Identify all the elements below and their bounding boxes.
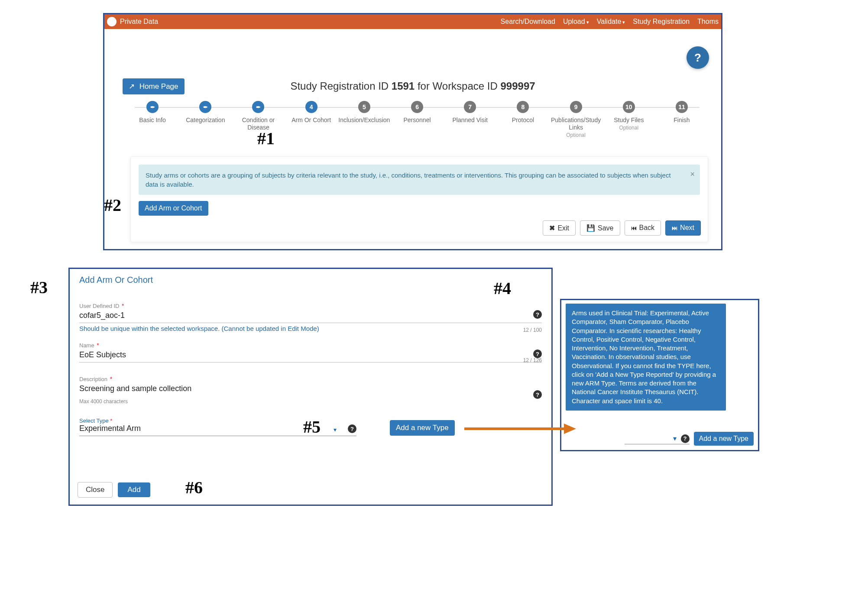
step-number-icon: 7 [464,101,476,113]
alert-text: Study arms or cohorts are a grouping of … [146,172,671,188]
user-defined-id-hint: Should be unique within the selected wor… [79,325,542,332]
step-content-card: Study arms or cohorts are a grouping of … [130,156,708,242]
description-note: Max 4000 characters [79,398,542,405]
add-new-type-button-small[interactable]: Add a new Type [694,432,754,446]
step-label: Arm Or Cohort [291,117,331,124]
add-arm-modal: Add Arm Or Cohort User Defined ID * cofa… [68,268,553,506]
exit-button[interactable]: Exit [543,220,576,236]
nav-user[interactable]: Thoms [697,18,719,26]
description-field: Description * Screening and sample colle… [79,375,542,405]
save-button[interactable]: Save [580,220,620,236]
step-basic-info[interactable]: Basic Info [126,101,179,124]
name-input[interactable]: EoE Subjects [79,349,542,362]
nav-validate[interactable]: Validate [597,18,625,26]
step-optional-label: Optional [566,132,586,138]
step-condition-or-disease[interactable]: Condition or Disease [232,101,285,131]
annotation-1: #1 [257,128,275,149]
topbar: ✽ Private Data Search/Download Upload Va… [104,14,721,29]
step-inclusion-exclusion[interactable]: 5Inclusion/Exclusion [338,101,391,124]
step-label: Categorization [186,117,225,124]
step-number-icon: 9 [570,101,582,113]
chevron-down-icon[interactable]: ▾ [334,426,337,433]
app-logo-icon: ✽ [107,17,117,26]
select-type-dropdown[interactable]: Experimental Arm [79,424,325,433]
step-label: Planned Visit [452,117,487,124]
step-protocol[interactable]: 8Protocol [496,101,549,124]
step-number-icon: 11 [676,101,688,113]
info-alert: Study arms or cohorts are a grouping of … [139,165,700,195]
brand-label: Private Data [120,18,158,26]
step-study-files[interactable]: 10Study FilesOptional [602,101,655,131]
step-number-icon: 8 [517,101,529,113]
select-type-mini[interactable]: ▾ ? [625,433,690,444]
next-button[interactable]: Next [665,220,701,236]
name-counter: 12 / 126 [523,357,542,363]
modal-footer: Close Add [78,482,150,498]
step-label: Inclusion/Exclusion [338,117,390,124]
pencil-icon [252,101,264,113]
wizard-footer-buttons: Exit Save Back Next [543,220,701,236]
step-label: Finish [674,117,690,124]
step-label: Protocol [512,117,534,124]
chevron-down-icon: ▾ [673,434,677,443]
modal-title: Add Arm Or Cohort [79,275,542,285]
step-finish[interactable]: 11Finish [655,101,708,124]
user-defined-id-input[interactable]: cofar5_aoc-1 [79,309,542,323]
step-number-icon: 4 [305,101,317,113]
close-button[interactable]: Close [78,482,113,498]
svg-marker-1 [564,424,576,434]
type-tooltip: Arms used in Clinical Trial: Experimenta… [566,304,726,411]
page-title: Study Registration ID 1591 for Workspace… [104,80,721,92]
help-icon[interactable]: ? [533,390,542,399]
step-number-icon: 5 [358,101,370,113]
step-number-icon: 6 [411,101,423,113]
step-planned-visit[interactable]: 7Planned Visit [444,101,496,124]
help-icon[interactable]: ? [533,310,542,319]
step-arm-or-cohort[interactable]: 4Arm Or Cohort [285,101,338,124]
description-input[interactable]: Screening and sample collection [79,382,542,396]
annotation-2: #2 [104,195,121,215]
pencil-icon [146,101,159,113]
add-arm-or-cohort-button[interactable]: Add Arm or Cohort [139,201,208,216]
help-button[interactable]: ? [687,46,709,69]
study-registration-panel: ✽ Private Data Search/Download Upload Va… [103,13,722,250]
back-button[interactable]: Back [625,220,661,236]
step-label: Publications/Study Links [550,117,602,131]
step-number-icon: 10 [623,101,635,113]
step-publications-study-links[interactable]: 9Publications/Study LinksOptional [550,101,602,138]
wizard-stepper: Basic InfoCategorizationCondition or Dis… [126,101,708,138]
annotation-6: #6 [185,477,203,498]
user-defined-id-field: User Defined ID * cofar5_aoc-1 ? Should … [79,302,542,332]
nav-study-registration[interactable]: Study Registration [633,18,690,26]
step-label: Basic Info [139,117,165,124]
add-new-type-button[interactable]: Add a new Type [390,420,455,436]
nav-upload[interactable]: Upload [563,18,589,26]
step-label: Study Files [614,117,644,124]
step-optional-label: Optional [619,125,638,131]
question-icon: ? [694,51,701,65]
help-icon[interactable]: ? [533,350,542,358]
annotation-5: #5 [303,417,321,437]
step-categorization[interactable]: Categorization [179,101,232,124]
add-button[interactable]: Add [118,482,150,497]
help-icon[interactable]: ? [348,424,356,433]
step-personnel[interactable]: 6Personnel [391,101,444,124]
step-label: Condition or Disease [232,117,284,131]
type-tooltip-panel: Arms used in Clinical Trial: Experimenta… [560,299,759,451]
pencil-icon [199,101,211,113]
annotation-3: #3 [30,277,48,298]
name-field: Name * EoE Subjects ? 12 / 126 [79,342,542,362]
help-icon[interactable]: ? [681,434,690,443]
user-defined-id-counter: 12 / 100 [523,327,542,333]
type-strip: ▾ ? Add a new Type [566,432,754,446]
annotation-4: #4 [494,278,511,298]
alert-close-icon[interactable]: × [690,169,695,180]
arrow-icon [464,423,577,440]
step-label: Personnel [404,117,431,124]
nav-search-download[interactable]: Search/Download [501,18,555,26]
